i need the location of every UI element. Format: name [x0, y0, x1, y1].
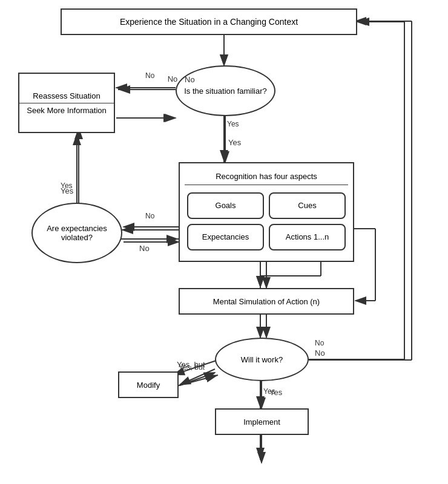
recognition-node: Recognition has four aspects Goals Cues …	[179, 162, 354, 262]
yes-familiar-label: Yes	[227, 120, 239, 128]
cues-node: Cues	[269, 192, 346, 219]
modify-node: Modify	[118, 371, 179, 398]
yes-work-label: Yes	[263, 387, 275, 396]
will-it-work-node: Will it work?	[215, 338, 309, 381]
goals-node: Goals	[187, 192, 264, 219]
no-expectancies-label: No	[145, 212, 154, 220]
experience-node: Experience the Situation in a Changing C…	[61, 8, 357, 35]
no-label: No	[168, 74, 178, 83]
seek-label: Seek More Information	[19, 103, 114, 117]
recognition-label: Recognition has four aspects	[185, 172, 348, 185]
expectancies-violated-node: Are expectancies violated?	[31, 203, 122, 263]
yes-but-label: Yes, but	[179, 363, 205, 371]
reassess-node: Reassess Situation Seek More Information	[18, 73, 115, 133]
reassess-label: Reassess Situation	[19, 89, 114, 103]
yes-expectancies-label: Yes	[61, 182, 73, 190]
actions-node: Actions 1...n	[269, 224, 346, 250]
svg-line-13	[173, 375, 218, 387]
no-familiar-label: No	[145, 71, 154, 80]
no-work-label: No	[315, 339, 324, 347]
implement-node: Implement	[215, 408, 309, 435]
flowchart-diagram: No	[0, 0, 448, 484]
familiar-node: Is the situation familiar?	[176, 65, 275, 116]
mental-sim-node: Mental Simulation of Action (n)	[179, 288, 354, 315]
expectancies-node: Expectancies	[187, 224, 264, 250]
